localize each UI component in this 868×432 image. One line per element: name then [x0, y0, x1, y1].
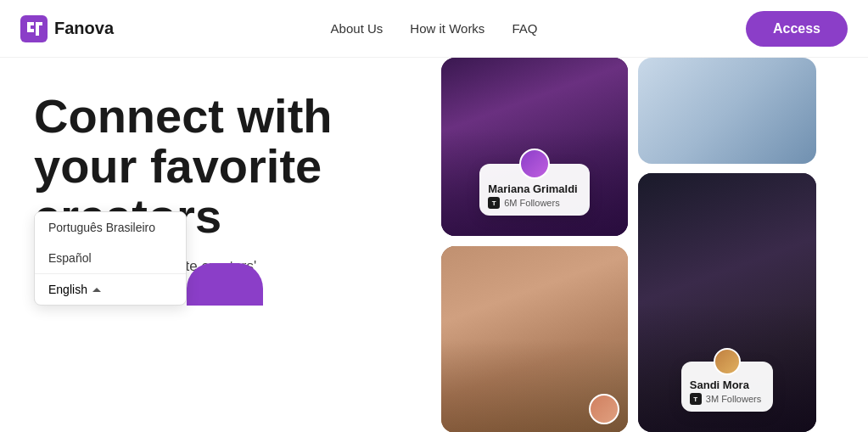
lang-current-label: English [48, 283, 87, 296]
lang-option-pt[interactable]: Português Brasileiro [35, 212, 186, 243]
creator-namecard-sandi: Sandi Mora T 3M Followers [681, 362, 773, 412]
navbar: Fanova About Us How it Works FAQ Access [0, 0, 868, 58]
logo[interactable]: Fanova [20, 15, 114, 42]
creator-namecard-mariana: Mariana Grimaldi T 6M Followers [479, 164, 589, 216]
lang-option-es[interactable]: Español [35, 243, 186, 273]
creator-card-smiling[interactable] [441, 246, 628, 432]
hero-section: Connect with your favorite creators Subs… [0, 58, 868, 432]
lang-trigger-en[interactable]: English [35, 273, 186, 305]
creator-name-sandi: Sandi Mora [690, 379, 761, 391]
creator-meta-mariana: T 6M Followers [488, 197, 577, 209]
tiktok-icon-sandi: T [690, 393, 702, 405]
hero-right: Mariana Grimaldi T 6M Followers [441, 58, 868, 432]
nav-faq[interactable]: FAQ [512, 21, 537, 36]
creator-card-mariana[interactable]: Mariana Grimaldi T 6M Followers [441, 58, 628, 236]
nav-links: About Us How it Works FAQ [331, 21, 538, 36]
hero-left: Connect with your favorite creators Subs… [0, 58, 441, 306]
lang-select-english[interactable]: English [48, 283, 172, 296]
access-button[interactable]: Access [746, 11, 848, 47]
language-dropdown[interactable]: Português Brasileiro Español English [34, 211, 187, 306]
creator-meta-sandi: T 3M Followers [690, 393, 761, 405]
creator-followers-mariana: 6M Followers [504, 198, 559, 208]
chevron-up-icon [92, 288, 101, 292]
cta-button-peek[interactable] [187, 263, 263, 306]
creator-card-sandi[interactable]: Sandi Mora T 3M Followers [638, 173, 816, 432]
avatar-sandi [714, 348, 741, 375]
tiktok-icon-mariana: T [488, 197, 500, 209]
nav-how-it-works[interactable]: How it Works [410, 21, 484, 36]
avatar-small-card3 [589, 394, 619, 424]
creator-followers-sandi: 3M Followers [706, 394, 761, 404]
avatar-mariana [519, 149, 550, 179]
creator-name-mariana: Mariana Grimaldi [488, 182, 577, 195]
nav-about[interactable]: About Us [331, 21, 384, 36]
image-card-top-right [638, 58, 816, 164]
name-card-wrapper-mariana: Mariana Grimaldi T 6M Followers [441, 164, 628, 216]
name-card-wrapper-sandi: Sandi Mora T 3M Followers [638, 362, 816, 412]
logo-icon [20, 15, 48, 42]
logo-text: Fanova [54, 19, 114, 38]
